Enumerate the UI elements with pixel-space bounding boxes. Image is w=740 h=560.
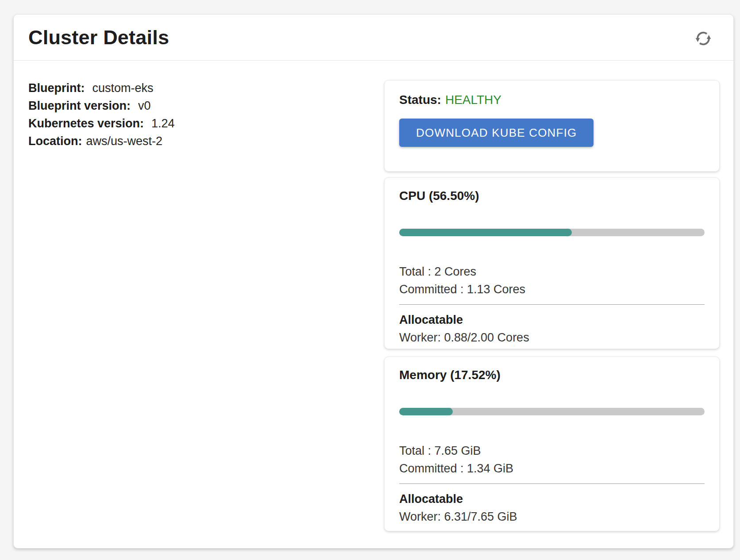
- blueprint-label: Blueprint:: [28, 81, 85, 95]
- memory-allocatable-heading: Allocatable: [399, 490, 705, 508]
- blueprint-version-value: v0: [138, 99, 151, 112]
- cpu-progress-track: [399, 229, 705, 236]
- page: { "header": { "title": "Cluster Details"…: [0, 0, 740, 560]
- page-title: Cluster Details: [28, 26, 169, 49]
- memory-committed: Committed : 1.34 GiB: [399, 460, 705, 477]
- detail-row-kubernetes-version: Kubernetes version:1.24: [28, 115, 175, 132]
- memory-allocatable-worker: Worker: 6.31/7.65 GiB: [399, 508, 705, 525]
- cpu-allocatable-heading: Allocatable: [399, 311, 705, 329]
- cpu-allocatable-worker: Worker: 0.88/2.00 Cores: [399, 329, 705, 346]
- cpu-card: CPU (56.50%) Total : 2 Cores Committed :…: [384, 177, 720, 349]
- cluster-attributes: Blueprint:custom-eks Blueprint version:v…: [28, 79, 175, 150]
- cpu-committed: Committed : 1.13 Cores: [399, 280, 705, 298]
- cpu-total: Total : 2 Cores: [399, 263, 705, 280]
- panel-header: Cluster Details: [14, 15, 733, 61]
- memory-card: Memory (17.52%) Total : 7.65 GiB Committ…: [384, 357, 720, 531]
- refresh-button[interactable]: [693, 28, 714, 49]
- cpu-title: CPU (56.50%): [399, 188, 705, 203]
- cpu-progress-fill: [399, 229, 572, 236]
- kubernetes-version-value: 1.24: [151, 117, 175, 130]
- blueprint-value: custom-eks: [92, 81, 154, 95]
- cpu-divider: [399, 304, 705, 305]
- memory-stats: Total : 7.65 GiB Committed : 1.34 GiB: [399, 442, 705, 477]
- memory-progress-fill: [399, 408, 453, 415]
- memory-progress-track: [399, 408, 705, 415]
- status-line: Status:HEALTHY: [399, 92, 705, 107]
- memory-total: Total : 7.65 GiB: [399, 442, 705, 460]
- memory-allocatable: Allocatable Worker: 6.31/7.65 GiB: [399, 490, 705, 525]
- detail-row-blueprint: Blueprint:custom-eks: [28, 79, 175, 97]
- detail-row-blueprint-version: Blueprint version:v0: [28, 97, 175, 115]
- location-value: aws/us-west-2: [86, 134, 163, 148]
- status-label: Status:: [399, 93, 441, 107]
- cpu-allocatable: Allocatable Worker: 0.88/2.00 Cores: [399, 311, 705, 346]
- memory-divider: [399, 483, 705, 484]
- location-label: Location:: [28, 134, 82, 148]
- cpu-stats: Total : 2 Cores Committed : 1.13 Cores: [399, 263, 705, 298]
- download-kube-config-button[interactable]: DOWNLOAD KUBE CONFIG: [399, 119, 594, 147]
- right-column: Status:HEALTHY DOWNLOAD KUBE CONFIG CPU …: [384, 80, 720, 531]
- status-card: Status:HEALTHY DOWNLOAD KUBE CONFIG: [384, 80, 720, 172]
- kubernetes-version-label: Kubernetes version:: [28, 117, 144, 130]
- status-badge: HEALTHY: [445, 93, 501, 107]
- blueprint-version-label: Blueprint version:: [28, 99, 131, 112]
- refresh-icon: [694, 29, 713, 48]
- detail-row-location: Location:aws/us-west-2: [28, 132, 175, 150]
- memory-title: Memory (17.52%): [399, 368, 705, 383]
- cluster-details-panel: Cluster Details Blueprint:custom-eks Blu…: [13, 14, 734, 548]
